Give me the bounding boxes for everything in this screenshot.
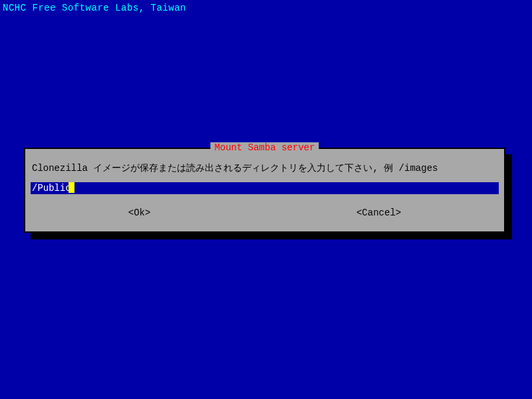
directory-input[interactable] [31, 182, 499, 194]
ok-button[interactable]: <Ok> [128, 207, 151, 218]
mount-samba-dialog: Mount Samba server Clonezilla イメージが保存または… [24, 148, 505, 233]
dialog-button-row: <Ok> <Cancel> [25, 207, 504, 218]
cancel-button[interactable]: <Cancel> [356, 207, 401, 218]
dialog-prompt-text: Clonezilla イメージが保存または読み出されるディレクトリを入力して下さ… [32, 162, 438, 174]
header-org-text: NCHC Free Software Labs, Taiwan [3, 3, 186, 13]
dialog-title: Mount Samba server [210, 142, 319, 153]
text-cursor [68, 182, 74, 193]
